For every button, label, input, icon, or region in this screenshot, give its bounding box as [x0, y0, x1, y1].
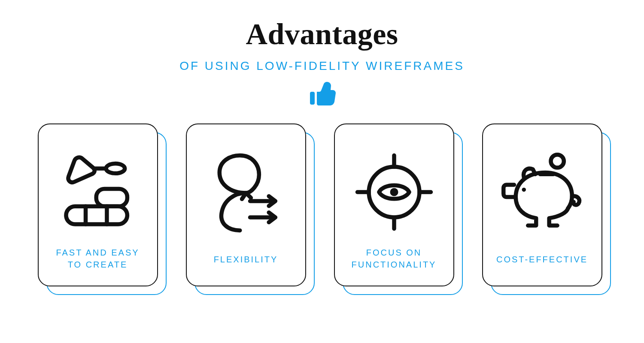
card-front-frame: FLEXIBILITY [186, 123, 306, 286]
flexibility-arrows-icon [195, 137, 297, 248]
card-front-frame: FAST AND EASY TO CREATE [38, 123, 158, 286]
svg-point-15 [550, 154, 563, 167]
svg-point-2 [106, 163, 125, 173]
svg-rect-3 [66, 206, 127, 224]
card-label: COST-EFFECTIVE [494, 248, 590, 275]
piggy-bank-icon [492, 137, 593, 248]
card-focus-functionality: FOCUS ON FUNCTIONALITY [334, 123, 459, 291]
card-label: FAST AND EASY TO CREATE [47, 247, 149, 275]
card-front-frame: FOCUS ON FUNCTIONALITY [334, 123, 454, 286]
svg-rect-6 [96, 189, 127, 206]
target-eye-icon [343, 137, 445, 247]
card-label: FOCUS ON FUNCTIONALITY [343, 247, 445, 275]
page-title: Advantages [246, 17, 398, 51]
page-subtitle: OF USING LOW-FIDELITY WIREFRAMES [179, 59, 465, 73]
cards-row: FAST AND EASY TO CREATE FLEXIBILITY [38, 123, 607, 291]
card-label: FLEXIBILITY [211, 248, 281, 275]
svg-point-14 [390, 188, 398, 196]
card-cost-effective: COST-EFFECTIVE [482, 123, 607, 291]
svg-rect-0 [310, 92, 315, 105]
card-front-frame: COST-EFFECTIVE [482, 123, 602, 286]
trowel-bricks-icon [47, 137, 149, 247]
card-fast-easy: FAST AND EASY TO CREATE [38, 123, 162, 291]
card-flexibility: FLEXIBILITY [186, 123, 310, 291]
svg-point-17 [522, 187, 526, 192]
thumbs-up-icon [308, 81, 336, 106]
